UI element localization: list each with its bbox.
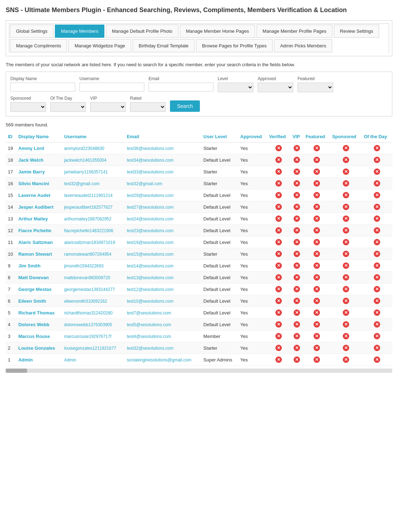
member-featured[interactable]: ✕ [304,307,330,319]
vip-no-icon[interactable]: ✕ [294,262,300,269]
of_the_day-no-icon[interactable]: ✕ [374,168,380,175]
sponsored-no-icon[interactable]: ✕ [343,215,349,222]
member-username-link[interactable]: doloreswebb1376303905 [64,322,112,327]
member-username[interactable]: jackwelch1461355004 [62,154,125,166]
member-email-link[interactable]: test27@sesolutions.com [127,205,174,210]
member-name-link[interactable]: Ramon Stewart [18,251,52,257]
horizontal-scrollbar[interactable] [6,369,392,373]
sponsored-no-icon[interactable]: ✕ [343,204,349,210]
vip-select[interactable] [90,102,126,112]
member-featured[interactable]: ✕ [304,178,330,189]
tab-global-settings[interactable]: Global Settings [10,25,53,38]
vip-no-icon[interactable]: ✕ [294,192,300,198]
member-sponsored[interactable]: ✕ [330,342,362,354]
member-username-link[interactable]: jesperaudibert182577627 [64,205,113,210]
member-username-link[interactable]: arthurmailey1887082952 [64,217,112,221]
member-verified[interactable]: ✕ [267,330,290,342]
member-username-link[interactable]: richardthomas312420280 [64,311,113,315]
member-username-link[interactable]: mattdonevan983009720 [64,275,110,280]
member-verified[interactable]: ✕ [267,283,290,295]
member-name-link[interactable]: Alaric Saltzman [18,240,53,245]
member-featured[interactable]: ✕ [304,154,330,166]
member-username[interactable]: ramonstewart907264954 [62,248,125,260]
tab-browse-pages-profile-types[interactable]: Browse Pages for Profile Types [196,39,273,52]
member-display-name[interactable]: Jamie Barry [16,166,62,178]
member-display-name[interactable]: Richard Thomas [16,307,62,319]
member-username-link[interactable]: ramonstewart907264954 [64,252,112,257]
verified-no-icon[interactable]: ✕ [275,251,282,257]
vip-no-icon[interactable]: ✕ [294,333,300,339]
tab-manage-member-home-pages[interactable]: Manage Member Home Pages [180,25,255,38]
member-vip[interactable]: ✕ [290,295,304,307]
member-sponsored[interactable]: ✕ [330,154,362,166]
member-featured[interactable]: ✕ [304,142,330,154]
member-of_the_day[interactable]: ✕ [362,342,392,354]
member-sponsored[interactable]: ✕ [330,260,362,272]
verified-no-icon[interactable]: ✕ [275,157,282,163]
member-email-link[interactable]: test7@sesolutions.com [127,311,171,315]
member-email[interactable]: test34@sesolutions.com [125,154,201,166]
of_the_day-no-icon[interactable]: ✕ [374,345,380,351]
member-verified[interactable]: ✕ [267,319,290,330]
member-name-link[interactable]: Fiacre Pichette [18,228,51,233]
member-username-link[interactable]: fiacrepichette1483221906 [64,228,113,233]
member-vip[interactable]: ✕ [290,154,304,166]
member-display-name[interactable]: Admin [16,354,62,366]
featured-no-icon[interactable]: ✕ [314,321,320,328]
member-name-link[interactable]: Marcus Rouse [18,334,50,339]
member-vip[interactable]: ✕ [290,342,304,354]
member-username[interactable]: georgemestas1393144277 [62,283,125,295]
member-email[interactable]: test13@sesolutions.com [125,272,201,283]
member-name-link[interactable]: Jesper Audibert [18,204,53,210]
featured-no-icon[interactable]: ✕ [314,204,320,210]
member-name-link[interactable]: Louise Gonzales [18,345,55,351]
sponsored-no-icon[interactable]: ✕ [343,227,349,234]
vip-no-icon[interactable]: ✕ [294,180,300,187]
of_the_day-no-icon[interactable]: ✕ [374,321,380,328]
featured-no-icon[interactable]: ✕ [314,239,320,245]
verified-no-icon[interactable]: ✕ [275,262,282,269]
member-featured[interactable]: ✕ [304,342,330,354]
member-vip[interactable]: ✕ [290,166,304,178]
tab-manage-widgetize-page[interactable]: Manage Widgetize Page [68,39,131,52]
member-email[interactable]: test29@sesolutions.com [125,189,201,201]
of_the_day-no-icon[interactable]: ✕ [374,227,380,234]
member-name-link[interactable]: Jim Smith [18,263,40,268]
member-username[interactable]: alaricsaltzman1834971019 [62,236,125,248]
member-featured[interactable]: ✕ [304,201,330,213]
member-username-link[interactable]: jamiebarry1156357141 [64,169,108,174]
member-of_the_day[interactable]: ✕ [362,248,392,260]
member-verified[interactable]: ✕ [267,248,290,260]
member-email-link[interactable]: test24@sesolutions.com [127,217,174,221]
member-email[interactable]: test12@sesolutions.com [125,283,201,295]
member-vip[interactable]: ✕ [290,178,304,189]
member-username-link[interactable]: marcusrouse192976717f [64,334,112,339]
member-of_the_day[interactable]: ✕ [362,354,392,366]
sponsored-no-icon[interactable]: ✕ [343,251,349,257]
member-username[interactable]: mattdonevan983009720 [62,272,125,283]
member-verified[interactable]: ✕ [267,236,290,248]
sponsored-no-icon[interactable]: ✕ [343,180,349,187]
of_the_day-no-icon[interactable]: ✕ [374,180,380,187]
member-email-link[interactable]: test4@sesolutions.com [127,334,171,339]
member-of_the_day[interactable]: ✕ [362,142,392,154]
verified-no-icon[interactable]: ✕ [275,227,282,234]
member-sponsored[interactable]: ✕ [330,248,362,260]
sponsored-no-icon[interactable]: ✕ [343,192,349,198]
member-of_the_day[interactable]: ✕ [362,201,392,213]
member-of_the_day[interactable]: ✕ [362,283,392,295]
member-sponsored[interactable]: ✕ [330,166,362,178]
member-name-link[interactable]: Ammy Lord [18,146,44,151]
member-sponsored[interactable]: ✕ [330,213,362,225]
verified-no-icon[interactable]: ✕ [275,215,282,222]
of_the_day-no-icon[interactable]: ✕ [374,239,380,245]
member-vip[interactable]: ✕ [290,272,304,283]
vip-no-icon[interactable]: ✕ [294,168,300,175]
member-sponsored[interactable]: ✕ [330,319,362,330]
tab-manage-member-profile-pages[interactable]: Manage Member Profile Pages [257,25,332,38]
member-username[interactable]: fiacrepichette1483221906 [62,225,125,236]
member-username[interactable]: richardthomas312420280 [62,307,125,319]
member-email[interactable]: test27@sesolutions.com [125,201,201,213]
member-verified[interactable]: ✕ [267,142,290,154]
member-sponsored[interactable]: ✕ [330,178,362,189]
